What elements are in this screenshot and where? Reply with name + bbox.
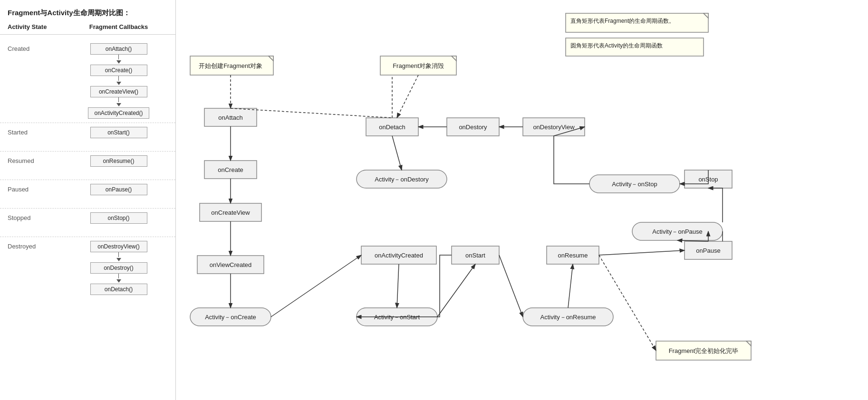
act-onResume-text: Activity－onResume: [540, 314, 596, 321]
onPause-text: onPause: [696, 247, 720, 254]
svg-line-49: [392, 136, 402, 170]
callback-onCreateView: onCreateView(): [90, 86, 147, 97]
section-stopped: Stopped onStop(): [0, 209, 175, 237]
callback-column-header: Fragment Callbacks: [69, 23, 168, 30]
node-onCreateView: onCreateView: [200, 203, 261, 221]
legend-rounded-text: 圆角矩形代表Activity的生命周期函数: [570, 42, 663, 49]
section-created: Created onAttach() onCreate() onCreateVi…: [0, 39, 175, 123]
state-started: Started: [8, 127, 69, 136]
svg-line-38: [271, 255, 361, 317]
svg-line-52: [599, 255, 656, 351]
act-onCreate-text: Activity－onCreate: [205, 314, 256, 321]
section-destroyed: Destroyed onDestroyView() onDestroy() on…: [0, 237, 175, 299]
node-onViewCreated: onViewCreated: [197, 256, 264, 274]
onCreateView-text: onCreateView: [211, 209, 250, 216]
state-created: Created: [8, 43, 69, 52]
start-note: 开始创建Fragment对象: [190, 56, 273, 75]
svg-line-33: [397, 75, 418, 118]
node-onResume: onResume: [547, 246, 599, 264]
callback-onActivityCreated: onActivityCreated(): [88, 107, 149, 119]
onActivityCreated-text: onActivityCreated: [375, 252, 423, 259]
complete-note: Fragment完全初始化完毕: [656, 341, 751, 360]
callbacks-started: onStart(): [69, 127, 168, 138]
callback-onPause: onPause(): [90, 184, 147, 195]
node-onDestoryView: onDestoryView: [523, 118, 585, 136]
callback-onDestroy: onDestroy(): [90, 262, 147, 274]
node-act-onStop: Activity－onStop: [589, 175, 680, 193]
destroy-note-text: Fragment对象消毁: [393, 62, 444, 69]
onDestory-text: onDestory: [459, 124, 487, 131]
act-onStop-text: Activity－onStop: [612, 181, 657, 188]
node-onPause: onPause: [685, 241, 732, 259]
destroy-note: Fragment对象消毁: [380, 56, 456, 75]
node-act-onResume: Activity－onResume: [523, 308, 613, 326]
callbacks-paused: onPause(): [69, 184, 168, 195]
legend-rounded-note: 圆角矩形代表Activity的生命周期函数: [566, 38, 704, 56]
svg-line-40: [437, 264, 475, 317]
callback-onResume: onResume(): [90, 155, 147, 167]
svg-line-42: [568, 264, 573, 308]
onStart-text: onStart: [465, 252, 485, 259]
callback-onDetach: onDetach(): [90, 284, 147, 295]
onAttach-text: onAttach: [218, 114, 242, 121]
onDestoryView-text: onDestoryView: [533, 124, 575, 131]
panel-title: Fragment与Activity生命周期对比图：: [0, 5, 175, 23]
callback-onDestroyView: onDestroyView(): [90, 241, 147, 252]
node-onCreate: onCreate: [204, 161, 257, 179]
node-onAttach: onAttach: [204, 108, 257, 126]
callback-onStart: onStart(): [90, 127, 147, 138]
svg-line-43: [599, 250, 685, 255]
right-panel: 直角矩形代表Fragment的生命周期函数。 圆角矩形代表Activity的生命…: [176, 0, 868, 400]
state-column-header: Activity State: [8, 23, 69, 30]
onResume-text: onResume: [558, 252, 588, 259]
start-note-text: 开始创建Fragment对象: [199, 62, 262, 69]
complete-note-text: Fragment完全初始化完毕: [669, 347, 739, 354]
callbacks-resumed: onResume(): [69, 155, 168, 167]
node-onDestory: onDestory: [447, 118, 499, 136]
node-act-onCreate: Activity－onCreate: [190, 308, 271, 326]
legend-rect-note: 直角矩形代表Fragment的生命周期函数。: [566, 13, 708, 32]
section-started: Started onStart(): [0, 123, 175, 152]
state-resumed: Resumed: [8, 155, 69, 164]
node-act-onPause: Activity－onPause: [632, 222, 723, 240]
callbacks-stopped: onStop(): [69, 212, 168, 224]
onViewCreated-text: onViewCreated: [210, 261, 252, 268]
node-act-onDestory: Activity－onDestory: [357, 170, 447, 188]
onDetach-text: onDetach: [379, 124, 405, 131]
left-panel: Fragment与Activity生命周期对比图： Activity State…: [0, 0, 176, 400]
svg-line-41: [499, 255, 523, 317]
svg-line-39: [397, 264, 399, 308]
section-resumed: Resumed onResume(): [0, 152, 175, 180]
state-stopped: Stopped: [8, 212, 69, 221]
callback-onStop: onStop(): [90, 212, 147, 224]
act-onDestory-text: Activity－onDestory: [375, 176, 429, 183]
callback-onCreate: onCreate(): [90, 65, 147, 76]
legend-rect-text: 直角矩形代表Fragment的生命周期函数。: [570, 18, 675, 24]
act-onPause-text: Activity－onPause: [652, 228, 703, 235]
state-destroyed: Destroyed: [8, 241, 69, 250]
column-headers: Activity State Fragment Callbacks: [0, 23, 175, 35]
node-onActivityCreated: onActivityCreated: [361, 246, 436, 264]
callbacks-destroyed: onDestroyView() onDestroy() onDetach(): [69, 241, 168, 295]
node-onStart: onStart: [452, 246, 499, 264]
section-paused: Paused onPause(): [0, 180, 175, 209]
onCreate-text: onCreate: [218, 166, 243, 173]
state-paused: Paused: [8, 184, 69, 193]
callback-onAttach: onAttach(): [90, 43, 147, 55]
callbacks-created: onAttach() onCreate() onCreateView() onA…: [69, 43, 168, 119]
node-onDetach: onDetach: [366, 118, 418, 136]
